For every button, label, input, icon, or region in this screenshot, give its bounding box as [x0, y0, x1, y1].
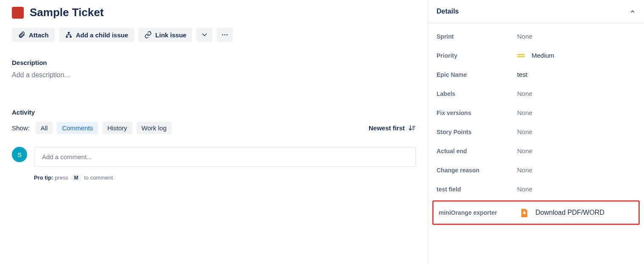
- issue-type-icon[interactable]: [12, 7, 24, 19]
- chevron-up-icon: [630, 8, 636, 14]
- field-story-points[interactable]: Story Points None: [428, 122, 644, 141]
- field-value: None: [517, 33, 532, 40]
- field-label: Change reason: [437, 167, 517, 174]
- show-label: Show:: [12, 124, 30, 132]
- sort-button[interactable]: Newest first: [369, 124, 416, 132]
- priority-medium-icon: [517, 54, 525, 58]
- activity-tabs: Show: All Comments History Work log: [12, 122, 172, 134]
- field-label: miniOrange exporter: [439, 209, 519, 216]
- chevron-down-icon: [201, 31, 208, 39]
- details-title: Details: [437, 8, 459, 15]
- link-issue-label: Link issue: [155, 31, 186, 39]
- field-value: None: [517, 109, 532, 116]
- paperclip-icon: [18, 31, 25, 39]
- attach-button[interactable]: Attach: [12, 28, 55, 42]
- field-test-field[interactable]: test field None: [428, 180, 644, 199]
- issue-header: Sample Ticket: [12, 6, 416, 19]
- field-miniorange-exporter: miniOrange exporter Download PDF/WORD: [432, 200, 640, 225]
- details-header[interactable]: Details: [428, 0, 644, 23]
- description-input[interactable]: Add a description...: [12, 71, 416, 79]
- details-sidebar: Details Sprint None Priority Medium Epic…: [428, 0, 644, 264]
- pro-tip: Pro tip: press M to comment: [34, 174, 416, 181]
- tab-all[interactable]: All: [36, 122, 53, 134]
- svg-point-3: [222, 34, 224, 36]
- link-issue-dropdown[interactable]: [196, 28, 213, 42]
- pro-tip-after: to comment: [84, 174, 113, 181]
- download-icon: [519, 208, 529, 218]
- priority-value: Medium: [532, 52, 554, 59]
- attach-label: Attach: [29, 31, 49, 39]
- activity-row: Show: All Comments History Work log Newe…: [12, 122, 416, 134]
- pro-tip-key: M: [72, 174, 81, 181]
- field-value: test: [517, 71, 527, 78]
- child-issue-icon: [65, 31, 73, 39]
- more-actions-button[interactable]: [217, 28, 233, 42]
- avatar[interactable]: S: [12, 147, 27, 162]
- link-issue-button[interactable]: Link issue: [138, 28, 192, 42]
- field-value: Medium: [517, 52, 554, 59]
- sort-icon: [408, 124, 416, 132]
- field-actual-end[interactable]: Actual end None: [428, 141, 644, 160]
- field-priority[interactable]: Priority Medium: [428, 46, 644, 65]
- description-label: Description: [12, 59, 416, 66]
- comment-input[interactable]: Add a comment...: [34, 147, 416, 167]
- link-icon: [144, 31, 152, 39]
- field-label: Epic Name: [437, 71, 517, 78]
- tab-history[interactable]: History: [102, 122, 132, 134]
- field-change-reason[interactable]: Change reason None: [428, 160, 644, 180]
- add-child-label: Add a child issue: [76, 31, 128, 39]
- field-value: None: [517, 90, 532, 97]
- field-label: Actual end: [437, 148, 517, 154]
- issue-title: Sample Ticket: [30, 6, 104, 19]
- more-icon: [221, 31, 229, 39]
- field-label: test field: [437, 186, 517, 193]
- field-value: None: [517, 185, 532, 193]
- field-label: Labels: [437, 90, 517, 97]
- comment-area: Add a comment... Pro tip: press M to com…: [34, 147, 416, 181]
- field-fix-versions[interactable]: Fix versions None: [428, 103, 644, 122]
- field-sprint[interactable]: Sprint None: [428, 27, 644, 46]
- field-value: None: [517, 147, 532, 154]
- activity-label: Activity: [12, 109, 416, 116]
- tab-worklog[interactable]: Work log: [137, 122, 172, 134]
- tab-comments[interactable]: Comments: [57, 122, 98, 134]
- add-child-button[interactable]: Add a child issue: [59, 28, 134, 42]
- svg-point-4: [224, 34, 226, 36]
- field-value: None: [517, 166, 532, 174]
- field-epic-name[interactable]: Epic Name test: [428, 65, 644, 84]
- svg-point-5: [227, 34, 228, 36]
- sort-label: Newest first: [369, 124, 405, 132]
- field-label: Sprint: [437, 33, 517, 40]
- main-content: Sample Ticket Attach Add a child issue L…: [0, 0, 428, 264]
- field-labels[interactable]: Labels None: [428, 84, 644, 103]
- comment-row: S Add a comment... Pro tip: press M to c…: [12, 147, 416, 181]
- field-label: Fix versions: [437, 110, 517, 116]
- toolbar: Attach Add a child issue Link issue: [12, 28, 416, 42]
- pro-tip-before: press: [55, 174, 68, 181]
- field-label: Story Points: [437, 129, 517, 135]
- field-label: Priority: [437, 52, 517, 59]
- download-link[interactable]: Download PDF/WORD: [535, 209, 605, 216]
- pro-tip-label: Pro tip:: [34, 174, 53, 181]
- field-value: None: [517, 128, 532, 135]
- details-body: Sprint None Priority Medium Epic Name te…: [428, 23, 644, 232]
